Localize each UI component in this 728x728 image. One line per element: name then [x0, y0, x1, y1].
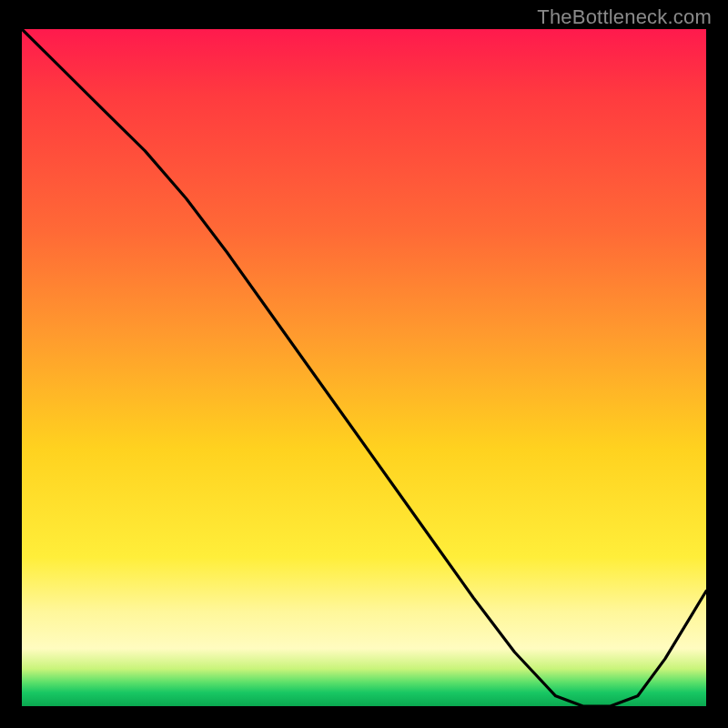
curve-path [22, 29, 706, 706]
chart-container: TheBottleneck.com [0, 0, 728, 728]
attribution-text: TheBottleneck.com [537, 5, 712, 29]
bottleneck-curve [22, 29, 706, 706]
plot-frame [22, 29, 706, 706]
